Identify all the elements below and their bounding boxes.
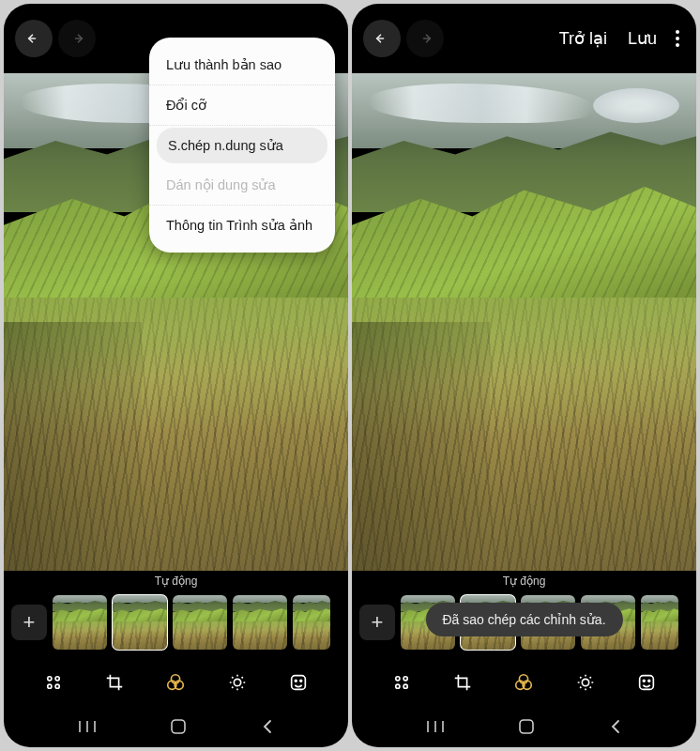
topbar: Trở lại Lưu	[352, 4, 696, 73]
apps-icon[interactable]	[388, 669, 415, 696]
filter-thumb[interactable]	[293, 595, 330, 650]
svg-rect-29	[520, 720, 533, 733]
bottom-toolbar	[4, 655, 348, 710]
nav-back-icon[interactable]	[261, 719, 274, 734]
svg-point-25	[648, 680, 650, 682]
apps-icon[interactable]	[40, 669, 67, 696]
svg-point-10	[300, 680, 302, 682]
redo-button[interactable]	[406, 20, 444, 57]
bottom-toolbar	[352, 655, 696, 710]
svg-point-17	[395, 684, 399, 688]
svg-point-24	[644, 680, 646, 682]
filter-label: Tự động	[4, 571, 348, 590]
add-filter-button[interactable]: +	[11, 605, 47, 640]
filter-strip[interactable]: +	[4, 590, 348, 655]
menu-item-save-copy[interactable]: Lưu thành bản sao	[149, 45, 335, 85]
menu-item-resize[interactable]: Đổi cỡ	[149, 85, 335, 126]
redo-button[interactable]	[58, 20, 96, 57]
system-navbar	[4, 710, 348, 747]
save-button[interactable]: Lưu	[620, 28, 664, 49]
filter-label: Tự động	[352, 571, 696, 590]
filters-icon[interactable]	[510, 669, 537, 696]
svg-point-18	[403, 684, 407, 688]
phone-right: Trở lại Lưu Tự động +	[352, 4, 696, 747]
svg-point-22	[582, 679, 588, 685]
svg-point-16	[403, 677, 407, 681]
svg-point-2	[47, 684, 51, 688]
photo-canvas[interactable]	[352, 73, 696, 571]
more-menu-button[interactable]	[670, 30, 685, 47]
toast-message: Đã sao chép các chỉnh sửa.	[425, 603, 622, 636]
context-menu: Lưu thành bản sao Đổi cỡ S.chép n.dung s…	[149, 38, 335, 253]
svg-point-1	[55, 677, 59, 681]
svg-point-9	[296, 680, 297, 682]
svg-rect-14	[172, 720, 185, 733]
menu-item-editor-info[interactable]: Thông tin Trình sửa ảnh	[149, 206, 335, 245]
undo-button[interactable]	[363, 20, 401, 57]
back-button[interactable]: Trở lại	[552, 28, 615, 49]
system-navbar	[352, 710, 696, 747]
svg-point-0	[47, 677, 51, 681]
nav-recent-icon[interactable]	[78, 719, 97, 734]
svg-point-15	[395, 677, 399, 681]
phone-left: Lưu thành bản sao Đổi cỡ S.chép n.dung s…	[4, 4, 348, 747]
filter-thumb[interactable]	[233, 595, 287, 650]
nav-home-icon[interactable]	[170, 718, 187, 735]
sticker-icon[interactable]	[285, 669, 312, 696]
nav-recent-icon[interactable]	[426, 719, 445, 734]
nav-home-icon[interactable]	[518, 718, 535, 735]
svg-point-7	[234, 679, 240, 685]
undo-button[interactable]	[15, 20, 53, 57]
add-filter-button[interactable]: +	[359, 605, 395, 640]
adjust-icon[interactable]	[224, 669, 251, 696]
adjust-icon[interactable]	[572, 669, 599, 696]
filter-thumb[interactable]	[173, 595, 227, 650]
nav-back-icon[interactable]	[609, 719, 622, 734]
filter-thumb[interactable]	[641, 595, 678, 650]
menu-item-copy-edits[interactable]: S.chép n.dung sửa	[157, 128, 327, 163]
menu-item-paste-edits: Dán nội dung sửa	[149, 165, 335, 206]
crop-icon[interactable]	[101, 669, 128, 696]
filter-thumb-selected[interactable]	[113, 595, 167, 650]
sticker-icon[interactable]	[633, 669, 660, 696]
svg-point-3	[55, 684, 59, 688]
filters-icon[interactable]	[162, 669, 189, 696]
crop-icon[interactable]	[449, 669, 476, 696]
filter-thumb[interactable]	[53, 595, 107, 650]
